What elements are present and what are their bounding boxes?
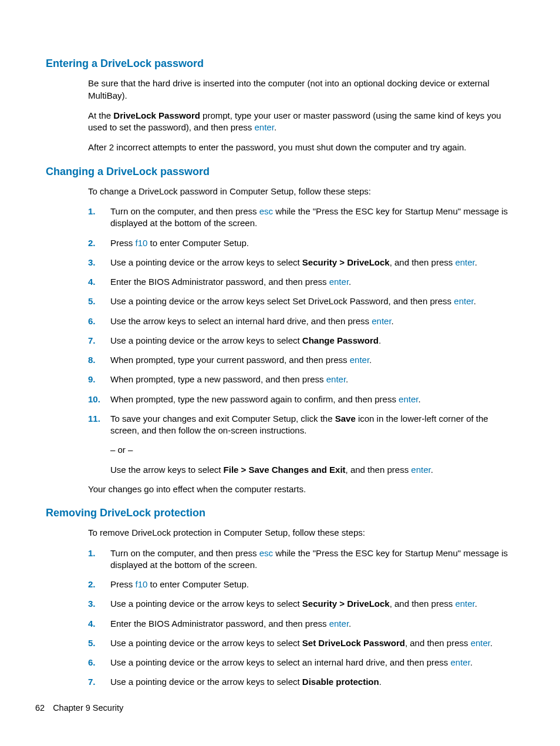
text: When prompted, type a new password, and … [110,374,326,384]
step-num: 1. [88,547,96,559]
step-num: 5. [88,637,96,649]
step-num: 7. [88,676,96,688]
para: Be sure that the hard drive is inserted … [88,78,514,102]
step-num: 6. [88,657,96,668]
text: . [475,257,477,267]
text: to enter Computer Setup. [147,238,249,248]
text: Use a pointing device or the arrow keys … [110,257,302,267]
page-footer: 62Chapter 9 Security [35,703,123,714]
text: Use a pointing device or the arrow keys … [110,638,302,648]
step: 7.Use a pointing device or the arrow key… [88,335,514,347]
text: . [274,122,276,132]
para: Your changes go into effect when the com… [88,483,514,495]
step-num: 2. [88,237,96,249]
step-num: 2. [88,579,96,590]
step: 5.Use a pointing device or the arrow key… [88,295,514,307]
key-enter: enter [454,296,473,306]
bold-text: Change Password [302,335,379,345]
text: . [379,335,381,345]
key-f10: f10 [136,238,148,248]
text: , and then press [405,638,471,648]
bold-text: File > Save Changes and Exit [224,465,346,475]
step-num: 6. [88,315,96,327]
step-num: 10. [88,394,100,405]
step: 2.Press f10 to enter Computer Setup. [88,237,514,249]
para: At the DriveLock Password prompt, type y… [88,110,514,134]
step-num: 8. [88,354,96,366]
step-num: 5. [88,295,96,307]
text: . [475,599,477,609]
step-num: 1. [88,206,96,217]
heading-removing-drivelock: Removing DriveLock protection [46,506,514,520]
step: 4.Enter the BIOS Administrator password,… [88,618,514,630]
text: . [490,638,492,648]
step: 1.Turn on the computer, and then press e… [88,206,514,230]
text: Turn on the computer, and then press [110,206,259,216]
step-num: 7. [88,335,96,347]
step-num: 9. [88,374,96,385]
text: Use a pointing device or the arrow keys … [110,599,302,609]
bold-text: Disable protection [302,677,379,687]
heading-changing-drivelock: Changing a DriveLock password [46,164,514,179]
key-enter: enter [451,657,470,667]
para: After 2 incorrect attempts to enter the … [88,142,514,153]
text: . [379,677,382,687]
key-enter: enter [455,599,474,609]
step: 7.Use a pointing device or the arrow key… [88,676,514,688]
text: Use a pointing device or the arrow keys … [110,677,302,687]
section1-body: Be sure that the hard drive is inserted … [88,78,514,153]
key-enter: enter [471,638,490,648]
text: . [346,374,348,384]
step: 3.Use a pointing device or the arrow key… [88,598,514,610]
step-num: 4. [88,618,96,630]
or-divider: – or – [110,444,514,456]
step-num: 4. [88,276,96,288]
text: . [470,657,473,667]
step: 3.Use a pointing device or the arrow key… [88,257,514,268]
text: . [392,316,394,326]
text: Enter the BIOS Administrator password, a… [110,277,329,287]
text: Use the arrow keys to select an internal… [110,316,372,326]
text: . [474,296,476,306]
para: To change a DriveLock password in Comput… [88,186,514,197]
chapter-label: Chapter 9 Security [53,703,123,713]
text: Use a pointing device or the arrow keys … [110,657,451,667]
bold-text: Security > DriveLock [302,599,390,609]
key-enter: enter [350,355,369,365]
bold-text: Security > DriveLock [302,257,390,267]
text: Press [110,579,136,589]
text: Turn on the computer, and then press [110,548,259,558]
step: 2.Press f10 to enter Computer Setup. [88,579,514,590]
step: 4.Enter the BIOS Administrator password,… [88,276,514,288]
text: . [349,619,351,629]
key-enter: enter [326,374,346,384]
step: 8.When prompted, type your current passw… [88,354,514,366]
key-esc: esc [259,548,273,558]
text: At the [88,110,113,120]
text: , and then press [390,599,456,609]
bold-text: Set DriveLock Password [302,638,405,648]
step-num: 3. [88,598,96,610]
text: to enter Computer Setup. [147,579,249,589]
text: Use the arrow keys to select File > Save… [110,464,514,476]
text: Press [110,238,136,248]
steps-removing: 1.Turn on the computer, and then press e… [88,547,514,688]
bold-text: DriveLock Password [113,110,200,120]
text: . [418,394,420,404]
bold-text: Save [335,414,356,424]
text: Enter the BIOS Administrator password, a… [110,619,329,629]
step-num: 3. [88,257,96,268]
key-esc: esc [259,206,273,216]
key-enter: enter [372,316,391,326]
step: 10.When prompted, type the new password … [88,394,514,405]
step: 5.Use a pointing device or the arrow key… [88,637,514,649]
text: , and then press [390,257,456,267]
text: Use the arrow keys to select [110,465,224,475]
key-enter: enter [399,394,418,404]
text: When prompted, type your current passwor… [110,355,350,365]
text: When prompted, type the new password aga… [110,394,399,404]
key-enter: enter [411,465,430,475]
steps-changing: 1.Turn on the computer, and then press e… [88,206,514,476]
step: 11.To save your changes and exit Compute… [88,413,514,476]
text: To save your changes and exit Computer S… [110,414,335,424]
